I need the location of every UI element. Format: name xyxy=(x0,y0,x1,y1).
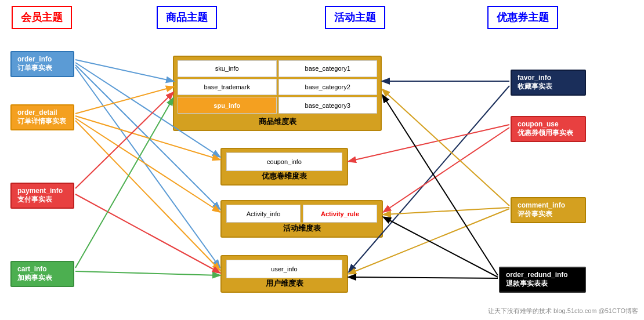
cell-activity-info: Activity_info xyxy=(226,205,301,223)
topic-coupon-right: 优惠券主题 xyxy=(487,6,558,29)
svg-line-9 xyxy=(75,194,219,272)
dim-product-title: 商品维度表 xyxy=(174,117,381,127)
dim-product: sku_info base_category1 base_trademark b… xyxy=(173,56,382,131)
svg-line-4 xyxy=(75,87,173,114)
fact-comment-info: comment_info 评价事实表 xyxy=(511,197,586,223)
dim-activity: Activity_info Activity_rule 活动维度表 xyxy=(220,200,383,238)
svg-line-11 xyxy=(75,271,219,275)
fact-favor-info: favor_info 收藏事实表 xyxy=(511,70,586,96)
cell-base-trademark: base_trademark xyxy=(178,79,277,96)
svg-line-19 xyxy=(383,96,498,275)
cell-coupon-info: coupon_info xyxy=(226,152,342,171)
svg-line-6 xyxy=(75,118,219,212)
fact-coupon-use: coupon_use 优惠券领用事实表 xyxy=(511,116,586,142)
watermark: 让天下没有难学的技术 blog.51cto.com @51CTO博客 xyxy=(488,307,638,315)
svg-line-21 xyxy=(349,277,498,278)
cell-base-cat1: base_category1 xyxy=(278,60,378,77)
dim-coupon: coupon_info 优惠卷维度表 xyxy=(220,148,348,186)
fact-order-refund: order_redund_info 退款事实表表 xyxy=(499,267,586,293)
svg-line-16 xyxy=(383,90,509,206)
topic-member: 会员主题 xyxy=(12,6,72,29)
dim-activity-title: 活动维度表 xyxy=(222,223,382,234)
svg-line-18 xyxy=(384,208,509,214)
svg-line-7 xyxy=(75,121,219,270)
svg-line-20 xyxy=(384,217,498,277)
svg-line-0 xyxy=(75,60,173,81)
dim-coupon-title: 优惠卷维度表 xyxy=(222,171,347,181)
cell-activity-rule: Activity_rule xyxy=(303,205,377,223)
cell-spu-info: spu_info xyxy=(178,97,277,114)
fact-order-detail: order_detail 订单详情事实表 xyxy=(10,104,74,130)
diagram-container: 会员主题 商品主题 活动主题 优惠券主题 order_info 订单事实表 or… xyxy=(0,0,644,320)
cell-user-info: user_info xyxy=(226,260,342,278)
svg-line-10 xyxy=(75,99,173,268)
svg-line-15 xyxy=(384,128,509,212)
svg-line-8 xyxy=(75,93,173,188)
dim-user: user_info 用户维度表 xyxy=(220,255,348,293)
fact-cart-info: cart_info 加购事实表 xyxy=(10,261,74,287)
dim-user-title: 用户维度表 xyxy=(222,278,347,289)
fact-order-info: order_info 订单事实表 xyxy=(10,51,74,77)
topic-activity: 活动主题 xyxy=(325,6,385,29)
topic-product: 商品主题 xyxy=(157,6,217,29)
cell-base-cat3: base_category3 xyxy=(278,97,378,114)
cell-sku-info: sku_info xyxy=(178,60,277,77)
fact-payment-info: payment_info 支付事实表 xyxy=(10,183,74,209)
cell-base-cat2: base_category2 xyxy=(278,79,378,96)
